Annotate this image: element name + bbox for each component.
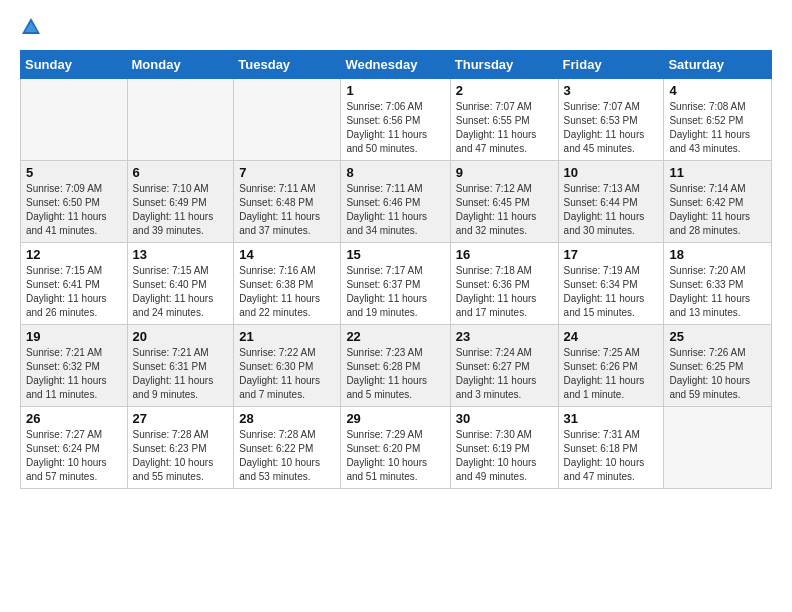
- weekday-header-monday: Monday: [127, 51, 234, 79]
- calendar-day-cell: 5Sunrise: 7:09 AM Sunset: 6:50 PM Daylig…: [21, 161, 128, 243]
- day-info: Sunrise: 7:15 AM Sunset: 6:41 PM Dayligh…: [26, 264, 122, 320]
- weekday-header-tuesday: Tuesday: [234, 51, 341, 79]
- weekday-header-row: SundayMondayTuesdayWednesdayThursdayFrid…: [21, 51, 772, 79]
- day-info: Sunrise: 7:23 AM Sunset: 6:28 PM Dayligh…: [346, 346, 444, 402]
- calendar-day-cell: 10Sunrise: 7:13 AM Sunset: 6:44 PM Dayli…: [558, 161, 664, 243]
- day-info: Sunrise: 7:10 AM Sunset: 6:49 PM Dayligh…: [133, 182, 229, 238]
- day-info: Sunrise: 7:12 AM Sunset: 6:45 PM Dayligh…: [456, 182, 553, 238]
- day-info: Sunrise: 7:06 AM Sunset: 6:56 PM Dayligh…: [346, 100, 444, 156]
- calendar-day-cell: [21, 79, 128, 161]
- logo: [20, 16, 46, 38]
- weekday-header-sunday: Sunday: [21, 51, 128, 79]
- calendar-day-cell: 6Sunrise: 7:10 AM Sunset: 6:49 PM Daylig…: [127, 161, 234, 243]
- day-info: Sunrise: 7:22 AM Sunset: 6:30 PM Dayligh…: [239, 346, 335, 402]
- day-info: Sunrise: 7:11 AM Sunset: 6:46 PM Dayligh…: [346, 182, 444, 238]
- day-number: 22: [346, 329, 444, 344]
- calendar-day-cell: 4Sunrise: 7:08 AM Sunset: 6:52 PM Daylig…: [664, 79, 772, 161]
- weekday-header-wednesday: Wednesday: [341, 51, 450, 79]
- day-info: Sunrise: 7:08 AM Sunset: 6:52 PM Dayligh…: [669, 100, 766, 156]
- day-info: Sunrise: 7:21 AM Sunset: 6:31 PM Dayligh…: [133, 346, 229, 402]
- weekday-header-thursday: Thursday: [450, 51, 558, 79]
- calendar-day-cell: 30Sunrise: 7:30 AM Sunset: 6:19 PM Dayli…: [450, 407, 558, 489]
- day-number: 7: [239, 165, 335, 180]
- calendar-week-row: 12Sunrise: 7:15 AM Sunset: 6:41 PM Dayli…: [21, 243, 772, 325]
- calendar-day-cell: 28Sunrise: 7:28 AM Sunset: 6:22 PM Dayli…: [234, 407, 341, 489]
- day-info: Sunrise: 7:30 AM Sunset: 6:19 PM Dayligh…: [456, 428, 553, 484]
- day-number: 26: [26, 411, 122, 426]
- calendar-day-cell: 23Sunrise: 7:24 AM Sunset: 6:27 PM Dayli…: [450, 325, 558, 407]
- day-number: 23: [456, 329, 553, 344]
- day-number: 30: [456, 411, 553, 426]
- calendar-day-cell: 24Sunrise: 7:25 AM Sunset: 6:26 PM Dayli…: [558, 325, 664, 407]
- calendar-week-row: 26Sunrise: 7:27 AM Sunset: 6:24 PM Dayli…: [21, 407, 772, 489]
- day-number: 19: [26, 329, 122, 344]
- calendar-day-cell: [127, 79, 234, 161]
- day-number: 12: [26, 247, 122, 262]
- day-number: 17: [564, 247, 659, 262]
- day-number: 29: [346, 411, 444, 426]
- calendar-day-cell: 3Sunrise: 7:07 AM Sunset: 6:53 PM Daylig…: [558, 79, 664, 161]
- calendar-week-row: 1Sunrise: 7:06 AM Sunset: 6:56 PM Daylig…: [21, 79, 772, 161]
- logo-icon: [20, 16, 42, 38]
- day-number: 15: [346, 247, 444, 262]
- calendar: SundayMondayTuesdayWednesdayThursdayFrid…: [20, 50, 772, 489]
- day-number: 1: [346, 83, 444, 98]
- calendar-day-cell: [664, 407, 772, 489]
- day-number: 16: [456, 247, 553, 262]
- calendar-day-cell: 19Sunrise: 7:21 AM Sunset: 6:32 PM Dayli…: [21, 325, 128, 407]
- day-number: 9: [456, 165, 553, 180]
- day-number: 20: [133, 329, 229, 344]
- weekday-header-saturday: Saturday: [664, 51, 772, 79]
- day-number: 13: [133, 247, 229, 262]
- day-number: 28: [239, 411, 335, 426]
- day-info: Sunrise: 7:14 AM Sunset: 6:42 PM Dayligh…: [669, 182, 766, 238]
- day-info: Sunrise: 7:07 AM Sunset: 6:53 PM Dayligh…: [564, 100, 659, 156]
- header: [20, 16, 772, 38]
- day-info: Sunrise: 7:18 AM Sunset: 6:36 PM Dayligh…: [456, 264, 553, 320]
- calendar-day-cell: 31Sunrise: 7:31 AM Sunset: 6:18 PM Dayli…: [558, 407, 664, 489]
- day-number: 2: [456, 83, 553, 98]
- calendar-day-cell: 13Sunrise: 7:15 AM Sunset: 6:40 PM Dayli…: [127, 243, 234, 325]
- day-info: Sunrise: 7:26 AM Sunset: 6:25 PM Dayligh…: [669, 346, 766, 402]
- calendar-week-row: 5Sunrise: 7:09 AM Sunset: 6:50 PM Daylig…: [21, 161, 772, 243]
- day-number: 8: [346, 165, 444, 180]
- calendar-day-cell: 20Sunrise: 7:21 AM Sunset: 6:31 PM Dayli…: [127, 325, 234, 407]
- day-info: Sunrise: 7:20 AM Sunset: 6:33 PM Dayligh…: [669, 264, 766, 320]
- day-number: 11: [669, 165, 766, 180]
- day-info: Sunrise: 7:28 AM Sunset: 6:23 PM Dayligh…: [133, 428, 229, 484]
- calendar-week-row: 19Sunrise: 7:21 AM Sunset: 6:32 PM Dayli…: [21, 325, 772, 407]
- calendar-day-cell: 12Sunrise: 7:15 AM Sunset: 6:41 PM Dayli…: [21, 243, 128, 325]
- calendar-day-cell: 25Sunrise: 7:26 AM Sunset: 6:25 PM Dayli…: [664, 325, 772, 407]
- calendar-day-cell: 22Sunrise: 7:23 AM Sunset: 6:28 PM Dayli…: [341, 325, 450, 407]
- calendar-day-cell: 27Sunrise: 7:28 AM Sunset: 6:23 PM Dayli…: [127, 407, 234, 489]
- calendar-day-cell: 11Sunrise: 7:14 AM Sunset: 6:42 PM Dayli…: [664, 161, 772, 243]
- day-info: Sunrise: 7:17 AM Sunset: 6:37 PM Dayligh…: [346, 264, 444, 320]
- day-number: 27: [133, 411, 229, 426]
- day-number: 14: [239, 247, 335, 262]
- day-info: Sunrise: 7:27 AM Sunset: 6:24 PM Dayligh…: [26, 428, 122, 484]
- day-info: Sunrise: 7:16 AM Sunset: 6:38 PM Dayligh…: [239, 264, 335, 320]
- day-info: Sunrise: 7:28 AM Sunset: 6:22 PM Dayligh…: [239, 428, 335, 484]
- day-number: 10: [564, 165, 659, 180]
- calendar-day-cell: 16Sunrise: 7:18 AM Sunset: 6:36 PM Dayli…: [450, 243, 558, 325]
- page: SundayMondayTuesdayWednesdayThursdayFrid…: [0, 0, 792, 505]
- calendar-day-cell: 17Sunrise: 7:19 AM Sunset: 6:34 PM Dayli…: [558, 243, 664, 325]
- day-number: 24: [564, 329, 659, 344]
- calendar-day-cell: 8Sunrise: 7:11 AM Sunset: 6:46 PM Daylig…: [341, 161, 450, 243]
- day-number: 6: [133, 165, 229, 180]
- calendar-day-cell: 21Sunrise: 7:22 AM Sunset: 6:30 PM Dayli…: [234, 325, 341, 407]
- day-info: Sunrise: 7:24 AM Sunset: 6:27 PM Dayligh…: [456, 346, 553, 402]
- day-number: 31: [564, 411, 659, 426]
- day-number: 5: [26, 165, 122, 180]
- calendar-day-cell: 7Sunrise: 7:11 AM Sunset: 6:48 PM Daylig…: [234, 161, 341, 243]
- calendar-day-cell: 14Sunrise: 7:16 AM Sunset: 6:38 PM Dayli…: [234, 243, 341, 325]
- day-number: 3: [564, 83, 659, 98]
- day-info: Sunrise: 7:13 AM Sunset: 6:44 PM Dayligh…: [564, 182, 659, 238]
- calendar-day-cell: 26Sunrise: 7:27 AM Sunset: 6:24 PM Dayli…: [21, 407, 128, 489]
- day-number: 18: [669, 247, 766, 262]
- day-info: Sunrise: 7:19 AM Sunset: 6:34 PM Dayligh…: [564, 264, 659, 320]
- day-info: Sunrise: 7:11 AM Sunset: 6:48 PM Dayligh…: [239, 182, 335, 238]
- day-info: Sunrise: 7:25 AM Sunset: 6:26 PM Dayligh…: [564, 346, 659, 402]
- day-info: Sunrise: 7:15 AM Sunset: 6:40 PM Dayligh…: [133, 264, 229, 320]
- calendar-day-cell: 18Sunrise: 7:20 AM Sunset: 6:33 PM Dayli…: [664, 243, 772, 325]
